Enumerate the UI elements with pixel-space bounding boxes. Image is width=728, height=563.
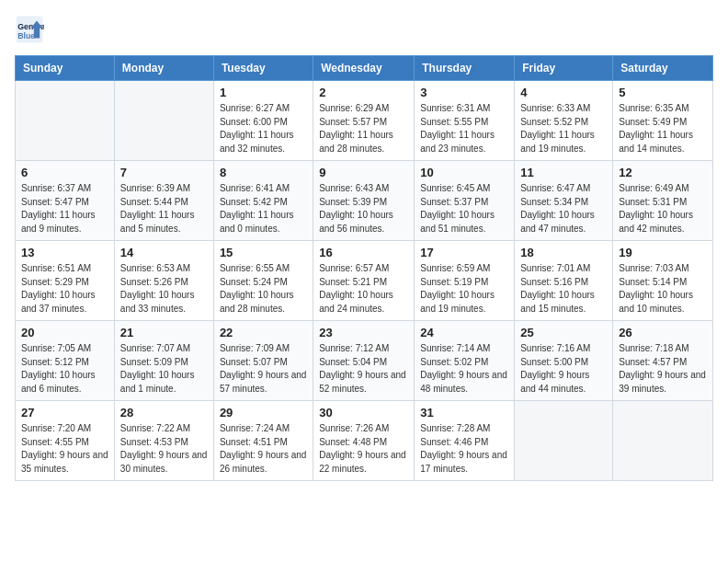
- day-detail: Sunrise: 7:07 AMSunset: 5:09 PMDaylight:…: [120, 342, 208, 396]
- day-cell: 13Sunrise: 6:51 AMSunset: 5:29 PMDayligh…: [16, 241, 115, 321]
- svg-text:Blue: Blue: [17, 31, 35, 40]
- day-detail: Sunrise: 7:16 AMSunset: 5:00 PMDaylight:…: [520, 342, 607, 396]
- day-number: 31: [420, 406, 508, 419]
- day-detail: Sunrise: 7:01 AMSunset: 5:16 PMDaylight:…: [520, 262, 607, 316]
- day-number: 15: [220, 246, 307, 259]
- day-number: 14: [120, 246, 208, 259]
- day-cell: 24Sunrise: 7:14 AMSunset: 5:02 PMDayligh…: [415, 321, 515, 401]
- day-number: 9: [319, 166, 408, 179]
- day-number: 20: [21, 326, 108, 339]
- week-row-5: 27Sunrise: 7:20 AMSunset: 4:55 PMDayligh…: [16, 401, 713, 481]
- day-detail: Sunrise: 6:57 AMSunset: 5:21 PMDaylight:…: [319, 262, 408, 316]
- day-number: 22: [220, 326, 307, 339]
- day-number: 2: [319, 86, 408, 99]
- day-number: 25: [520, 326, 607, 339]
- day-detail: Sunrise: 6:27 AMSunset: 6:00 PMDaylight:…: [220, 102, 307, 155]
- day-cell: [16, 81, 115, 161]
- day-number: 3: [420, 86, 508, 99]
- week-row-4: 20Sunrise: 7:05 AMSunset: 5:12 PMDayligh…: [16, 321, 713, 401]
- day-detail: Sunrise: 6:45 AMSunset: 5:37 PMDaylight:…: [420, 182, 508, 236]
- day-number: 21: [120, 326, 208, 339]
- day-cell: 31Sunrise: 7:28 AMSunset: 4:46 PMDayligh…: [415, 401, 515, 481]
- day-cell: 8Sunrise: 6:41 AMSunset: 5:42 PMDaylight…: [213, 161, 313, 241]
- page-header: General Blue: [15, 15, 713, 44]
- logo-icon: General Blue: [15, 15, 44, 44]
- day-number: 17: [420, 246, 508, 259]
- day-cell: [114, 81, 213, 161]
- col-header-monday: Monday: [114, 56, 213, 81]
- day-detail: Sunrise: 7:14 AMSunset: 5:02 PMDaylight:…: [420, 342, 508, 396]
- day-detail: Sunrise: 6:33 AMSunset: 5:52 PMDaylight:…: [520, 102, 607, 155]
- day-cell: 22Sunrise: 7:09 AMSunset: 5:07 PMDayligh…: [213, 321, 313, 401]
- day-number: 29: [220, 406, 307, 419]
- day-cell: [515, 401, 613, 481]
- header-row: SundayMondayTuesdayWednesdayThursdayFrid…: [16, 56, 713, 81]
- day-cell: 19Sunrise: 7:03 AMSunset: 5:14 PMDayligh…: [613, 241, 713, 321]
- day-cell: 21Sunrise: 7:07 AMSunset: 5:09 PMDayligh…: [114, 321, 213, 401]
- day-detail: Sunrise: 6:47 AMSunset: 5:34 PMDaylight:…: [520, 182, 607, 236]
- day-number: 4: [520, 86, 607, 99]
- day-number: 5: [619, 86, 707, 99]
- day-detail: Sunrise: 7:03 AMSunset: 5:14 PMDaylight:…: [619, 262, 707, 316]
- day-cell: 5Sunrise: 6:35 AMSunset: 5:49 PMDaylight…: [613, 81, 713, 161]
- day-detail: Sunrise: 6:49 AMSunset: 5:31 PMDaylight:…: [619, 182, 707, 236]
- day-detail: Sunrise: 7:12 AMSunset: 5:04 PMDaylight:…: [319, 342, 408, 396]
- day-cell: [613, 401, 713, 481]
- week-row-1: 1Sunrise: 6:27 AMSunset: 6:00 PMDaylight…: [16, 81, 713, 161]
- day-detail: Sunrise: 6:29 AMSunset: 5:57 PMDaylight:…: [319, 102, 408, 155]
- day-number: 7: [120, 166, 208, 179]
- day-number: 1: [220, 86, 307, 99]
- day-cell: 11Sunrise: 6:47 AMSunset: 5:34 PMDayligh…: [515, 161, 613, 241]
- day-cell: 3Sunrise: 6:31 AMSunset: 5:55 PMDaylight…: [415, 81, 515, 161]
- day-cell: 20Sunrise: 7:05 AMSunset: 5:12 PMDayligh…: [16, 321, 115, 401]
- day-detail: Sunrise: 6:59 AMSunset: 5:19 PMDaylight:…: [420, 262, 508, 316]
- day-detail: Sunrise: 7:22 AMSunset: 4:53 PMDaylight:…: [120, 422, 208, 476]
- day-cell: 6Sunrise: 6:37 AMSunset: 5:47 PMDaylight…: [16, 161, 115, 241]
- calendar-table: SundayMondayTuesdayWednesdayThursdayFrid…: [15, 55, 713, 481]
- day-cell: 7Sunrise: 6:39 AMSunset: 5:44 PMDaylight…: [114, 161, 213, 241]
- day-cell: 12Sunrise: 6:49 AMSunset: 5:31 PMDayligh…: [613, 161, 713, 241]
- day-cell: 16Sunrise: 6:57 AMSunset: 5:21 PMDayligh…: [313, 241, 415, 321]
- day-cell: 9Sunrise: 6:43 AMSunset: 5:39 PMDaylight…: [313, 161, 415, 241]
- day-detail: Sunrise: 7:09 AMSunset: 5:07 PMDaylight:…: [220, 342, 307, 396]
- day-cell: 17Sunrise: 6:59 AMSunset: 5:19 PMDayligh…: [415, 241, 515, 321]
- col-header-friday: Friday: [515, 56, 613, 81]
- day-number: 16: [319, 246, 408, 259]
- day-cell: 4Sunrise: 6:33 AMSunset: 5:52 PMDaylight…: [515, 81, 613, 161]
- col-header-thursday: Thursday: [415, 56, 515, 81]
- day-number: 12: [619, 166, 707, 179]
- day-detail: Sunrise: 7:24 AMSunset: 4:51 PMDaylight:…: [220, 422, 307, 476]
- day-number: 19: [619, 246, 707, 259]
- day-number: 13: [21, 246, 108, 259]
- day-cell: 27Sunrise: 7:20 AMSunset: 4:55 PMDayligh…: [16, 401, 115, 481]
- day-cell: 28Sunrise: 7:22 AMSunset: 4:53 PMDayligh…: [114, 401, 213, 481]
- day-detail: Sunrise: 6:31 AMSunset: 5:55 PMDaylight:…: [420, 102, 508, 155]
- day-cell: 10Sunrise: 6:45 AMSunset: 5:37 PMDayligh…: [415, 161, 515, 241]
- day-number: 24: [420, 326, 508, 339]
- day-cell: 14Sunrise: 6:53 AMSunset: 5:26 PMDayligh…: [114, 241, 213, 321]
- day-number: 27: [21, 406, 108, 419]
- day-detail: Sunrise: 7:26 AMSunset: 4:48 PMDaylight:…: [319, 422, 408, 476]
- day-number: 23: [319, 326, 408, 339]
- day-detail: Sunrise: 7:18 AMSunset: 4:57 PMDaylight:…: [619, 342, 707, 396]
- week-row-3: 13Sunrise: 6:51 AMSunset: 5:29 PMDayligh…: [16, 241, 713, 321]
- day-detail: Sunrise: 7:20 AMSunset: 4:55 PMDaylight:…: [21, 422, 108, 476]
- day-detail: Sunrise: 6:37 AMSunset: 5:47 PMDaylight:…: [21, 182, 108, 236]
- day-detail: Sunrise: 6:43 AMSunset: 5:39 PMDaylight:…: [319, 182, 408, 236]
- day-number: 18: [520, 246, 607, 259]
- day-number: 10: [420, 166, 508, 179]
- day-detail: Sunrise: 7:05 AMSunset: 5:12 PMDaylight:…: [21, 342, 108, 396]
- day-cell: 26Sunrise: 7:18 AMSunset: 4:57 PMDayligh…: [613, 321, 713, 401]
- day-cell: 23Sunrise: 7:12 AMSunset: 5:04 PMDayligh…: [313, 321, 415, 401]
- day-cell: 25Sunrise: 7:16 AMSunset: 5:00 PMDayligh…: [515, 321, 613, 401]
- day-detail: Sunrise: 6:41 AMSunset: 5:42 PMDaylight:…: [220, 182, 307, 236]
- day-number: 28: [120, 406, 208, 419]
- day-cell: 2Sunrise: 6:29 AMSunset: 5:57 PMDaylight…: [313, 81, 415, 161]
- day-detail: Sunrise: 6:39 AMSunset: 5:44 PMDaylight:…: [120, 182, 208, 236]
- col-header-saturday: Saturday: [613, 56, 713, 81]
- day-number: 11: [520, 166, 607, 179]
- col-header-tuesday: Tuesday: [213, 56, 313, 81]
- day-detail: Sunrise: 6:51 AMSunset: 5:29 PMDaylight:…: [21, 262, 108, 316]
- day-cell: 1Sunrise: 6:27 AMSunset: 6:00 PMDaylight…: [213, 81, 313, 161]
- col-header-sunday: Sunday: [16, 56, 115, 81]
